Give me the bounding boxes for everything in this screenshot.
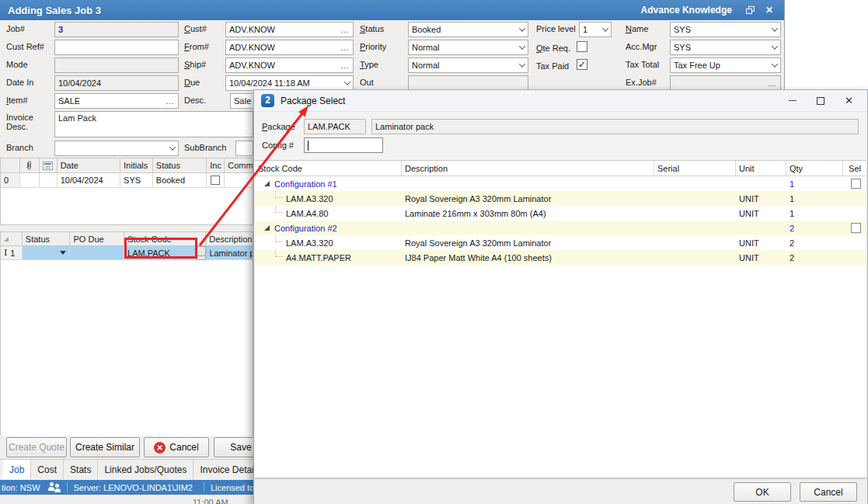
ex-job-lookup-icon[interactable]: … — [765, 78, 777, 88]
branch-combo[interactable] — [54, 141, 179, 156]
maximize-icon[interactable] — [817, 97, 824, 105]
ex-job-field[interactable]: … — [670, 75, 781, 91]
due-combo[interactable]: 10/04/2024 11:18 AM — [225, 75, 354, 91]
ship-field[interactable]: ADV.KNOW… — [225, 57, 354, 73]
status-label: Status — [360, 24, 384, 33]
collapse-icon[interactable] — [264, 225, 270, 231]
tax-total-combo[interactable]: Tax Free Up — [670, 57, 781, 73]
from-field[interactable]: ADV.KNOW… — [225, 40, 354, 55]
mode-field[interactable] — [54, 57, 179, 73]
type-combo[interactable]: Normal — [408, 57, 528, 73]
from-lookup-icon[interactable]: … — [338, 43, 350, 52]
chevron-down-icon[interactable] — [344, 78, 350, 85]
restore-icon[interactable] — [746, 6, 755, 14]
group-row[interactable]: Configuration #2 2 — [255, 221, 866, 235]
qte-req-checkbox[interactable] — [577, 41, 587, 52]
invoice-desc-field[interactable]: Lam Pack — [54, 111, 253, 137]
ship-lookup-icon[interactable]: … — [338, 61, 350, 70]
chevron-down-icon[interactable] — [772, 25, 778, 31]
cust-ref-field[interactable] — [54, 40, 179, 55]
group-row[interactable]: Configuration #1 1 — [255, 176, 866, 191]
history-col-date[interactable]: Date — [58, 158, 120, 173]
ok-button[interactable]: OK — [734, 482, 791, 502]
col-serial[interactable]: Serial — [654, 161, 736, 176]
job-field[interactable]: 3 — [54, 22, 179, 37]
chevron-down-icon[interactable] — [169, 144, 176, 150]
chevron-down-icon[interactable] — [519, 25, 525, 31]
date-in-field[interactable]: 10/04/2024 — [54, 75, 179, 91]
sel-checkbox[interactable] — [851, 223, 861, 233]
cust-ref-label: Cust Ref# — [6, 42, 44, 51]
subbranch-field[interactable] — [235, 141, 253, 156]
close-icon[interactable]: ✕ — [765, 5, 773, 16]
col-unit[interactable]: Unit — [736, 161, 786, 176]
config-number-input[interactable] — [304, 137, 383, 153]
create-quote-button[interactable]: Create Quote — [6, 437, 67, 457]
stock-code-lookup-button[interactable]: … — [196, 246, 206, 260]
history-row-date: 10/04/2024 — [58, 173, 120, 188]
tab-linked-jobs-quotes[interactable]: Linked Jobs/Quotes — [98, 460, 193, 479]
item-row[interactable]: LAM.A3.320 Royal Sovereign A3 320mm Lami… — [255, 235, 866, 250]
history-col-initials[interactable]: Initials — [120, 158, 153, 173]
acc-mgr-combo[interactable]: SYS — [670, 40, 781, 55]
dropdown-arrow-icon[interactable] — [60, 251, 66, 255]
history-row[interactable]: 0 10/04/2024 SYS Booked — [1, 173, 253, 188]
item-serial — [654, 250, 736, 265]
dialog-cancel-button[interactable]: Cancel — [800, 482, 857, 502]
priority-combo[interactable]: Normal — [408, 40, 528, 55]
name-combo[interactable]: SYS — [670, 22, 781, 37]
item-code: A4.MATT.PAPER — [255, 250, 402, 265]
items-col-po-due[interactable]: PO Due — [70, 232, 124, 246]
col-sel[interactable]: Sel — [843, 161, 866, 176]
cancel-button[interactable]: ✕Cancel — [144, 437, 209, 457]
item-row[interactable]: LAM.A3.320 Royal Sovereign A3 320mm Lami… — [255, 191, 866, 206]
history-col-comm[interactable]: Comm — [225, 158, 253, 173]
inc-checkbox[interactable] — [211, 176, 220, 185]
col-stock-code[interactable]: Stock Code — [255, 161, 402, 176]
tax-paid-checkbox[interactable]: ✓ — [577, 59, 587, 70]
items-row-po-due-cell[interactable] — [70, 246, 124, 260]
minimize-icon[interactable] — [789, 100, 797, 101]
ship-label: Ship# — [184, 60, 206, 69]
note-icon[interactable] — [40, 158, 58, 173]
tab-job[interactable]: Job — [3, 460, 31, 479]
package-desc-field[interactable]: Laminator pack — [371, 119, 859, 134]
out-field[interactable] — [408, 75, 528, 91]
tab-stats[interactable]: Stats — [64, 460, 98, 479]
history-col-status[interactable]: Status — [153, 158, 207, 173]
item-field[interactable]: SALE… — [54, 93, 179, 109]
sel-checkbox[interactable] — [851, 179, 861, 189]
cust-field[interactable]: ADV.KNOW… — [225, 22, 354, 37]
chevron-down-icon[interactable] — [602, 25, 608, 31]
chevron-down-icon[interactable] — [519, 61, 525, 67]
tax-paid-label: Tax Paid — [536, 61, 569, 71]
items-col-description[interactable]: Description — [206, 232, 253, 246]
item-code: LAM.A4.80 — [255, 206, 402, 221]
items-row-description-cell[interactable]: Laminator p — [206, 246, 253, 260]
create-similar-button[interactable]: Create Similar — [70, 437, 140, 457]
close-icon[interactable]: ✕ — [845, 95, 853, 106]
item-row[interactable]: LAM.A4.80 Laminate 216mm x 303mm 80m (A4… — [255, 206, 866, 221]
desc-field[interactable]: Sale — [230, 93, 256, 109]
collapse-icon[interactable] — [264, 181, 270, 186]
item-lookup-icon[interactable]: … — [163, 96, 175, 106]
price-level-label: Price level — [536, 24, 576, 33]
chevron-down-icon[interactable] — [772, 61, 778, 67]
users-icon[interactable] — [48, 482, 61, 493]
items-col-status[interactable]: Status — [23, 232, 71, 246]
expand-all-icon[interactable] — [4, 237, 9, 242]
col-description[interactable]: Description — [402, 161, 654, 176]
paperclip-icon[interactable] — [20, 158, 40, 173]
tab-cost[interactable]: Cost — [31, 460, 64, 479]
status-combo[interactable]: Booked — [408, 22, 528, 37]
col-qty[interactable]: Qty — [786, 161, 843, 176]
items-row-status-cell[interactable] — [23, 246, 71, 260]
package-code-field[interactable]: LAM.PACK — [304, 119, 366, 134]
chevron-down-icon[interactable] — [519, 43, 525, 49]
chevron-down-icon[interactable] — [772, 43, 778, 49]
item-qty: 2 — [786, 250, 843, 265]
item-row[interactable]: A4.MATT.PAPER IJ84 Paper Matt White A4 (… — [255, 250, 866, 265]
history-col-inc[interactable]: Inc — [207, 158, 225, 173]
cust-lookup-icon[interactable]: … — [338, 25, 350, 34]
price-level-combo[interactable]: 1 — [579, 22, 612, 37]
